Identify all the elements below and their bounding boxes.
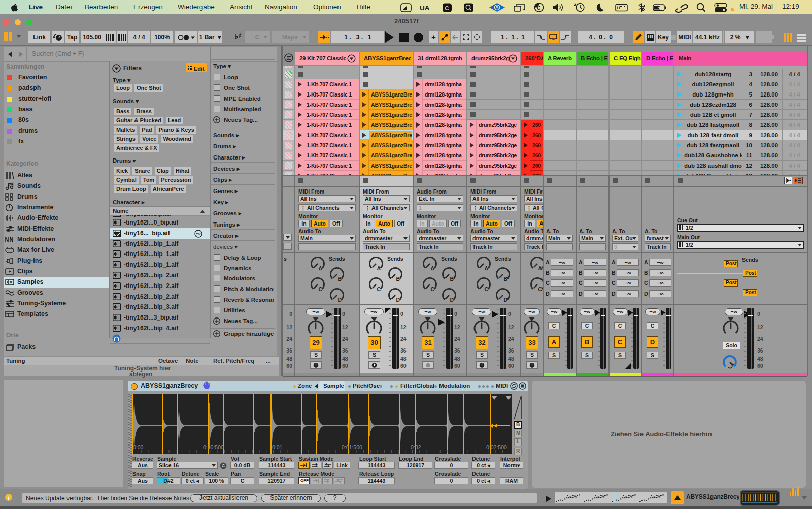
svg-text:C: C — [431, 286, 435, 292]
svg-text:A: A — [431, 265, 435, 271]
svg-text:A: A — [377, 265, 381, 271]
svg-text:D: D — [396, 297, 400, 303]
svg-text:B: B — [396, 276, 400, 282]
svg-text:C: C — [445, 5, 449, 11]
svg-text:A: A — [538, 265, 543, 271]
svg-text:B: B — [338, 276, 342, 282]
svg-text:C: C — [537, 5, 540, 11]
svg-text:B: B — [504, 276, 508, 282]
svg-text:C: C — [538, 286, 543, 292]
svg-text:UA: UA — [420, 4, 430, 12]
svg-text:A: A — [485, 265, 489, 271]
svg-text:A: A — [319, 265, 323, 271]
svg-text:C: C — [377, 286, 381, 292]
svg-text:C: C — [319, 286, 323, 292]
svg-text:D: D — [338, 297, 342, 303]
svg-text:D: D — [504, 297, 508, 303]
svg-text:D: D — [450, 297, 454, 303]
svg-text:B: B — [450, 276, 454, 282]
svg-text:C: C — [485, 286, 489, 292]
